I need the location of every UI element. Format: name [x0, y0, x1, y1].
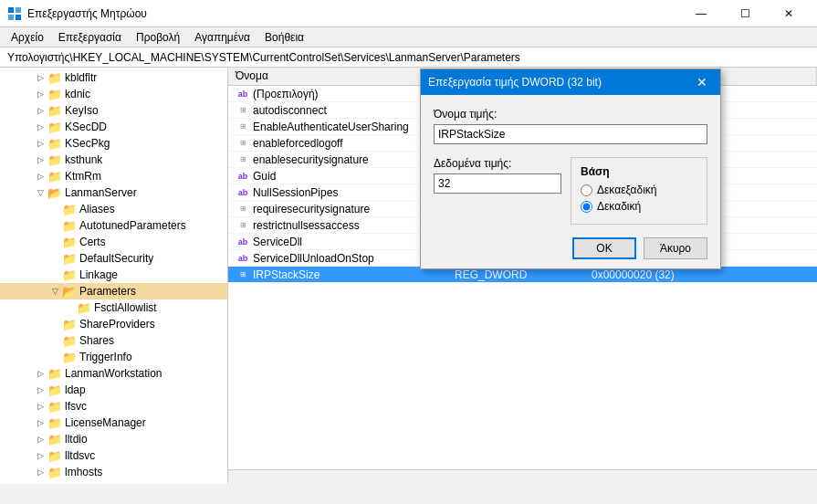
tree-item-LanmanServer[interactable]: ▽ 📂 LanmanServer: [0, 184, 227, 201]
folder-icon-lfsvc: 📁: [47, 399, 62, 414]
value-name-input[interactable]: [434, 124, 707, 144]
svg-rect-1: [16, 7, 21, 13]
expand-icon-LicenseManager: ▷: [33, 415, 47, 430]
tree-label-ldap: ldap: [65, 383, 86, 396]
tree-item-lsa[interactable]: ▷ 📁 lsa: [0, 480, 227, 484]
dialog-close-button[interactable]: ✕: [691, 71, 713, 93]
tree-item-lmhosts[interactable]: ▷ 📁 lmhosts: [0, 464, 227, 480]
dec-radio[interactable]: [581, 201, 592, 213]
value-data-input[interactable]: [434, 173, 561, 194]
reg-name: autodisconnect: [253, 104, 327, 117]
tree-label-KeyIso: KeyIso: [65, 104, 99, 117]
app-icon: [7, 6, 22, 21]
ab-icon: ab: [236, 235, 250, 249]
reg-name: ServiceDll: [253, 236, 302, 248]
reg-name: (Προεπιλογή): [253, 88, 319, 100]
minimize-button[interactable]: —: [680, 0, 722, 27]
tree-item-KeyIso[interactable]: ▷ 📁 KeyIso: [0, 102, 227, 119]
expand-icon-lltdio: ▷: [33, 432, 47, 446]
window-title: Επεξεργαστής Μητρώου: [27, 7, 680, 20]
tree-item-ShareProviders[interactable]: 📁 ShareProviders: [0, 316, 227, 332]
col-header-name[interactable]: Όνομα: [228, 68, 447, 85]
svg-rect-3: [16, 15, 21, 20]
dword-icon: ⊞: [236, 218, 250, 233]
folder-icon-ShareProviders: 📁: [62, 317, 77, 331]
value-data-label: Δεδομένα τιμής:: [434, 157, 561, 170]
expand-icon-KeyIso: ▷: [33, 103, 47, 118]
tree-item-FsctlAllowlist[interactable]: 📁 FsctlAllowlist: [0, 299, 227, 316]
folder-icon-ksthunk: 📁: [47, 152, 62, 167]
cancel-button[interactable]: Άκυρο: [644, 237, 707, 259]
folder-icon-Shares: 📁: [62, 333, 77, 348]
address-path: Υπολογιστής\HKEY_LOCAL_MACHINE\SYSTEM\Cu…: [7, 51, 520, 64]
tree-label-lltdsvc: lltdsvc: [65, 449, 95, 462]
expand-icon-LanmanServer: ▽: [33, 185, 47, 200]
reg-name: enablesecuritysignature: [253, 153, 369, 166]
tree-item-KtmRm[interactable]: ▷ 📁 KtmRm: [0, 168, 227, 184]
expand-icon-Aliases: [47, 202, 62, 216]
tree-item-lfsvc[interactable]: ▷ 📁 lfsvc: [0, 398, 227, 415]
expand-icon-lmhosts: ▷: [33, 465, 47, 479]
tree-item-LicenseManager[interactable]: ▷ 📁 LicenseManager: [0, 415, 227, 431]
folder-icon-KeyIso: 📁: [47, 103, 62, 118]
close-button[interactable]: ✕: [768, 0, 810, 27]
ok-button[interactable]: OK: [572, 237, 636, 259]
tree-item-Parameters[interactable]: ▽ 📂 Parameters: [0, 283, 227, 299]
expand-icon-Parameters: ▽: [47, 284, 62, 299]
folder-icon-TriggerInfo: 📁: [62, 350, 77, 364]
tree-label-kbldfltr: kbldfltr: [65, 71, 97, 84]
tree-item-lltdio[interactable]: ▷ 📁 lltdio: [0, 431, 227, 447]
tree-item-KSecDD[interactable]: ▷ 📁 KSecDD: [0, 119, 227, 135]
menu-help[interactable]: Βοήθεια: [257, 29, 311, 46]
expand-icon-KtmRm: ▷: [33, 169, 47, 184]
tree-item-ldap[interactable]: ▷ 📁 ldap: [0, 382, 227, 398]
folder-icon-kbldfltr: 📁: [47, 70, 62, 85]
folder-icon-KSecPkg: 📁: [47, 136, 62, 151]
tree-item-DefaultSecurity[interactable]: 📁 DefaultSecurity: [0, 250, 227, 267]
tree-item-ksthunk[interactable]: ▷ 📁 ksthunk: [0, 152, 227, 168]
expand-icon-FsctlAllowlist: [62, 300, 77, 315]
address-bar: Υπολογιστής\HKEY_LOCAL_MACHINE\SYSTEM\Cu…: [0, 47, 817, 68]
horizontal-scrollbar[interactable]: [228, 469, 817, 484]
folder-icon-lsa: 📁: [47, 481, 62, 484]
svg-rect-2: [8, 15, 14, 20]
tree-label-LicenseManager: LicenseManager: [65, 416, 146, 429]
tree-item-Certs[interactable]: 📁 Certs: [0, 234, 227, 250]
tree-item-lltdsvc[interactable]: ▷ 📁 lltdsvc: [0, 447, 227, 464]
tree-label-Aliases: Aliases: [79, 203, 115, 215]
tree-item-kbldfltr[interactable]: ▷ 📁 kbldfltr: [0, 69, 227, 86]
ab-icon: ab: [236, 87, 250, 101]
menu-edit[interactable]: Επεξεργασία: [51, 29, 129, 46]
tree-item-AutotunedParameters[interactable]: 📁 AutotunedParameters: [0, 217, 227, 234]
tree-item-Shares[interactable]: 📁 Shares: [0, 332, 227, 349]
expand-icon-Linkage: [47, 268, 62, 282]
expand-icon-kbldfltr: ▷: [33, 70, 47, 85]
value-name-label: Όνομα τιμής:: [434, 108, 707, 121]
maximize-button[interactable]: ☐: [724, 0, 766, 27]
tree-label-ShareProviders: ShareProviders: [79, 318, 155, 331]
dec-radio-row: Δεκαδική: [581, 200, 697, 213]
reg-data: 0x00000020 (32): [584, 268, 817, 281]
tree-item-Linkage[interactable]: 📁 Linkage: [0, 267, 227, 283]
dialog-buttons: OK Άκυρο: [434, 237, 707, 259]
tree-item-TriggerInfo[interactable]: 📁 TriggerInfo: [0, 349, 227, 365]
tree-label-Linkage: Linkage: [79, 268, 118, 281]
reg-name: requiresecuritysignature: [253, 203, 370, 215]
expand-icon-lltdsvc: ▷: [33, 448, 47, 463]
tree-item-Aliases[interactable]: 📁 Aliases: [0, 201, 227, 217]
reg-type: REG_DWORD: [447, 268, 584, 281]
expand-icon-AutotunedParameters: [47, 218, 62, 233]
dword-icon: ⊞: [236, 103, 250, 118]
tree-item-KSecPkg[interactable]: ▷ 📁 KSecPkg: [0, 135, 227, 152]
menu-file[interactable]: Αρχείο: [4, 29, 51, 46]
tree-item-kdnic[interactable]: ▷ 📁 kdnic: [0, 86, 227, 102]
menu-view[interactable]: Προβολή: [129, 29, 187, 46]
dword-icon: ⊞: [236, 202, 250, 216]
tree-item-LanmanWorkstation[interactable]: ▷ 📁 LanmanWorkstation: [0, 365, 227, 382]
menu-favorites[interactable]: Αγαπημένα: [187, 29, 257, 46]
svg-rect-0: [8, 7, 14, 13]
tree-panel[interactable]: ▷ 📁 kbldfltr ▷ 📁 kdnic ▷ 📁 KeyIso ▷ 📁 KS…: [0, 68, 228, 484]
tree-label-KSecPkg: KSecPkg: [65, 137, 110, 150]
dialog-body: Όνομα τιμής: Δεδομένα τιμής: Βάση Δεκαεξ…: [421, 95, 720, 268]
hex-radio[interactable]: [581, 184, 592, 196]
